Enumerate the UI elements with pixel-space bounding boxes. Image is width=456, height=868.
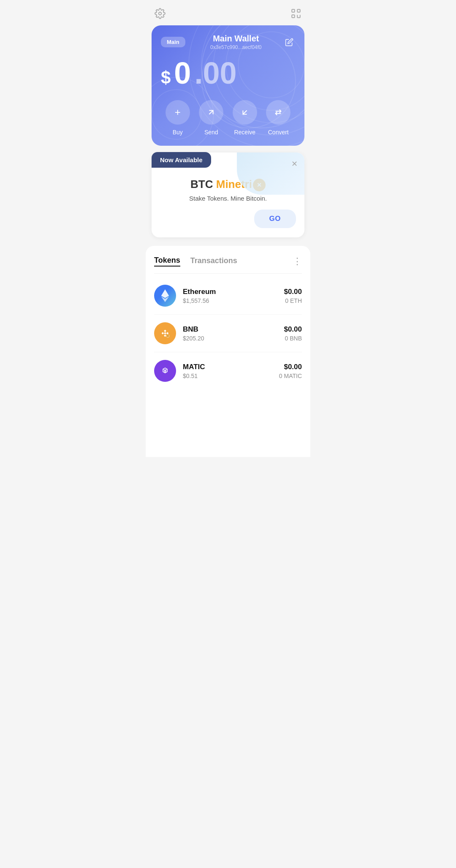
promo-btc-text: BTC: [190, 178, 213, 190]
matic-logo: [154, 360, 176, 382]
top-bar: [146, 0, 310, 24]
token-item-eth[interactable]: Ethereum $1,557.56 $0.00 0 ETH: [154, 277, 302, 315]
token-item-matic[interactable]: MATIC $0.51 $0.00 0 MATIC: [154, 352, 302, 389]
balance-integer: 0: [174, 58, 191, 88]
svg-line-17: [243, 110, 247, 114]
promo-bg-decoration: [237, 152, 304, 195]
matic-amount: 0 MATIC: [279, 373, 302, 379]
bnb-usd: $0.00: [284, 325, 302, 334]
tabs-row: Tokens Transactions ⋮: [154, 246, 302, 274]
balance-row: $ 0 .00: [161, 58, 295, 88]
convert-icon: [266, 100, 290, 125]
eth-info: Ethereum $1,557.56: [183, 288, 277, 304]
svg-rect-2: [297, 9, 300, 12]
bnb-name: BNB: [183, 325, 277, 334]
edit-icon[interactable]: [283, 36, 295, 48]
eth-amount: 0 ETH: [284, 297, 302, 304]
card-header: Main Main Wallet 0x3e57c990...aecf04f0: [161, 34, 295, 50]
wallet-badge: Main: [161, 37, 185, 47]
bnb-price: $205.20: [183, 335, 277, 342]
dollar-sign: $: [161, 68, 171, 88]
wallet-card: Main Main Wallet 0x3e57c990...aecf04f0 $…: [152, 25, 304, 146]
tab-transactions[interactable]: Transactions: [190, 256, 237, 266]
matic-values: $0.00 0 MATIC: [279, 363, 302, 379]
tab-tokens[interactable]: Tokens: [154, 256, 180, 267]
matic-info: MATIC $0.51: [183, 363, 272, 379]
promo-section: Now Available ✕ BTC Minetri✕ Stake Token…: [152, 152, 304, 237]
wallet-title: Main Wallet: [189, 34, 283, 44]
eth-usd: $0.00: [284, 288, 302, 296]
svg-point-0: [159, 12, 162, 15]
tabs-more-button[interactable]: ⋮: [293, 257, 302, 266]
svg-rect-1: [292, 9, 295, 12]
buy-label: Buy: [173, 129, 183, 136]
send-label: Send: [204, 129, 218, 136]
eth-name: Ethereum: [183, 288, 277, 296]
send-icon: [199, 100, 223, 125]
tokens-section: Tokens Transactions ⋮ Ethereum $1,557.56…: [146, 246, 310, 457]
bnb-logo: B: [154, 322, 176, 344]
svg-rect-3: [292, 15, 295, 18]
bnb-info: BNB $205.20: [183, 325, 277, 342]
scan-icon[interactable]: [290, 8, 302, 19]
eth-price: $1,557.56: [183, 297, 277, 304]
settings-icon[interactable]: [154, 8, 166, 19]
send-button[interactable]: Send: [199, 100, 223, 136]
matic-name: MATIC: [183, 363, 272, 371]
eth-logo: [154, 285, 176, 307]
buy-button[interactable]: + Buy: [166, 100, 190, 136]
receive-button[interactable]: Receive: [233, 100, 257, 136]
bnb-amount: 0 BNB: [284, 335, 302, 342]
go-button[interactable]: GO: [254, 210, 296, 228]
wallet-address: 0x3e57c990...aecf04f0: [189, 44, 283, 50]
token-list: Ethereum $1,557.56 $0.00 0 ETH: [154, 274, 302, 393]
promo-subtitle: Stake Tokens. Mine Bitcoin.: [160, 195, 296, 202]
wallet-title-group: Main Wallet 0x3e57c990...aecf04f0: [189, 34, 283, 50]
svg-line-16: [209, 110, 213, 114]
convert-button[interactable]: Convert: [266, 100, 290, 136]
action-buttons: + Buy Send Receive: [161, 100, 295, 136]
matic-price: $0.51: [183, 373, 272, 379]
close-promo-button[interactable]: ✕: [291, 159, 298, 169]
receive-label: Receive: [234, 129, 255, 136]
convert-label: Convert: [268, 129, 289, 136]
buy-icon: +: [166, 100, 190, 125]
bnb-values: $0.00 0 BNB: [284, 325, 302, 342]
now-available-badge: Now Available: [152, 152, 211, 168]
eth-values: $0.00 0 ETH: [284, 288, 302, 304]
receive-icon: [233, 100, 257, 125]
token-item-bnb[interactable]: B BNB $205.20 $0.00 0 BNB: [154, 315, 302, 352]
matic-usd: $0.00: [279, 363, 302, 371]
balance-decimal: .00: [194, 58, 236, 88]
